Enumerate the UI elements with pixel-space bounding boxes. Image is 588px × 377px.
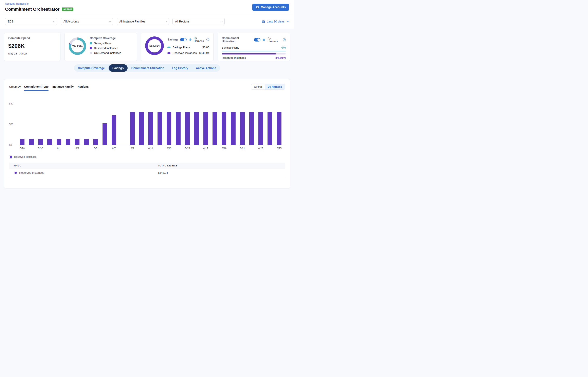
bar-6/20[interactable] (231, 112, 235, 145)
bar-6/25[interactable] (277, 112, 281, 145)
chart-x-tick (247, 147, 256, 150)
chart-x-axis-labels: 5/285/306/16/36/56/76/96/116/136/156/176… (18, 147, 284, 150)
bar-6/18[interactable] (212, 112, 217, 145)
chart-x-tick (265, 147, 274, 150)
chart-x-tick (64, 147, 73, 150)
legend-label: Reserved Instances (94, 47, 118, 50)
compute-coverage-card: 79.23% Compute Coverage Savings Plans Re… (65, 33, 137, 61)
bar-5/29[interactable] (29, 139, 34, 145)
info-icon[interactable]: i (283, 38, 286, 41)
row-checkbox[interactable] (14, 171, 17, 174)
chart-x-tick: 6/9 (128, 147, 137, 150)
bar-6/11[interactable] (148, 112, 153, 145)
tab-commitment-utilisation[interactable]: Commitment Utilisation (128, 64, 168, 72)
manage-accounts-button[interactable]: Manage Accounts (252, 4, 289, 11)
utilisation-progress-track (222, 53, 286, 54)
chart-x-tick: 5/30 (36, 147, 45, 150)
bar-6/1[interactable] (57, 139, 61, 145)
panel-header: Group By Commitment TypeInstance FamilyR… (9, 84, 285, 90)
savings-bar-chart: $0$20$40 5/285/306/16/36/56/76/96/116/13… (9, 99, 285, 150)
date-range-picker[interactable]: Last 30 days (262, 20, 289, 23)
bar-6/16[interactable] (194, 112, 199, 145)
utilisation-row-labels: Savings Plans 0% (222, 46, 286, 49)
savings-donut-value: $643.94 (149, 44, 160, 47)
savings-by-harness-toggle[interactable] (180, 38, 187, 41)
chart-x-tick: 6/11 (146, 147, 155, 150)
tab-active-actions[interactable]: Active Actions (192, 64, 220, 72)
bar-6/5[interactable] (93, 139, 98, 145)
utilisation-by-harness-label: By Harness (267, 37, 281, 43)
group-by-label: Group By (9, 85, 21, 88)
bar-6/6[interactable] (102, 123, 107, 145)
bar-6/13[interactable] (166, 112, 171, 145)
legend-swatch (90, 47, 92, 49)
utilisation-row-label: Savings Plans (222, 46, 239, 49)
compute-spend-title: Compute Spend (8, 36, 56, 40)
date-range-label: Last 30 days (267, 20, 285, 23)
chevron-down-icon (221, 20, 223, 22)
bar-6/15[interactable] (185, 112, 190, 145)
chart-x-tick: 6/17 (201, 147, 210, 150)
bar-6/24[interactable] (267, 112, 272, 145)
tab-savings[interactable]: Savings (109, 64, 128, 72)
savings-row-value: $643.94 (199, 51, 209, 54)
compute-coverage-donut-value: 79.23% (72, 45, 83, 48)
view-option-overall[interactable]: Overall (251, 84, 265, 90)
calendar-icon (262, 20, 265, 23)
service-select-value: EC2 (8, 20, 13, 23)
accounts-select-value: All Accounts (64, 20, 79, 23)
tab-compute-coverage[interactable]: Compute Coverage (74, 64, 109, 72)
bar-6/4[interactable] (84, 139, 89, 145)
bar-6/21[interactable] (240, 112, 245, 145)
compute-spend-value: $206K (8, 43, 56, 49)
instance-families-select[interactable]: All Instance Families (117, 18, 169, 25)
group-tab-instance-family[interactable]: Instance Family (52, 85, 74, 89)
coverage-legend-item: Savings Plans (90, 42, 121, 45)
bar-6/14[interactable] (176, 112, 181, 145)
bar-6/3[interactable] (75, 139, 79, 145)
bar-6/19[interactable] (222, 112, 226, 145)
chart-x-tick: 6/1 (54, 147, 64, 150)
bar-5/31[interactable] (47, 139, 52, 145)
service-select[interactable]: EC2 (5, 18, 57, 25)
view-option-by-harness[interactable]: By Harness (265, 84, 285, 90)
bar-5/28[interactable] (20, 139, 24, 145)
tab-log-history[interactable]: Log History (168, 64, 192, 72)
bar-5/30[interactable] (38, 139, 43, 145)
manage-accounts-label: Manage Accounts (261, 5, 286, 9)
bar-6/2[interactable] (66, 139, 70, 145)
utilisation-row-value: 84.79% (275, 56, 286, 59)
legend-label: On Demand Instances (94, 51, 121, 54)
chart-x-tick (210, 147, 219, 150)
legend-swatch (167, 52, 170, 54)
page-body: Compute Spend $206K May 28 - Jun 27 79.2… (0, 29, 294, 188)
chart-x-tick: 6/15 (183, 147, 192, 150)
table-row: Reserved Instances $643.94 (9, 169, 285, 177)
savings-row-label: Reserved Instances (172, 51, 197, 54)
info-icon[interactable]: i (206, 38, 209, 41)
bar-6/17[interactable] (203, 112, 208, 145)
utilisation-by-harness-toggle[interactable] (254, 38, 260, 42)
savings-legend-row: Reserved Instances $643.94 (167, 51, 209, 54)
regions-select[interactable]: All Regions (172, 18, 225, 25)
chart-x-tick: 6/13 (164, 147, 174, 150)
bar-6/12[interactable] (157, 112, 162, 145)
chart-legend: Reserved Instances (9, 155, 285, 159)
bar-6/23[interactable] (258, 112, 263, 145)
group-tab-regions[interactable]: Regions (78, 85, 89, 89)
group-tab-commitment-type[interactable]: Commitment Type (24, 85, 48, 89)
bar-6/9[interactable] (130, 112, 135, 145)
table-col-total-savings: TOTAL SAVINGS (158, 165, 285, 167)
bar-6/10[interactable] (139, 112, 144, 145)
reserved-instances-legend-checkbox[interactable] (9, 155, 12, 159)
chart-y-tick: $20 (9, 123, 16, 126)
bar-6/22[interactable] (249, 112, 254, 145)
commitment-orchestrator-page: Account: Harness.io Commitment Orchestra… (0, 0, 294, 188)
status-badge: ACTIVE (62, 8, 73, 11)
compute-coverage-donut: 79.23% (69, 37, 86, 55)
view-toggle: OverallBy Harness (251, 84, 285, 90)
chart-y-tick: $40 (9, 102, 16, 105)
accounts-select[interactable]: All Accounts (61, 18, 113, 25)
bar-6/7[interactable] (112, 115, 116, 145)
account-link[interactable]: Account: Harness.io (5, 2, 73, 5)
